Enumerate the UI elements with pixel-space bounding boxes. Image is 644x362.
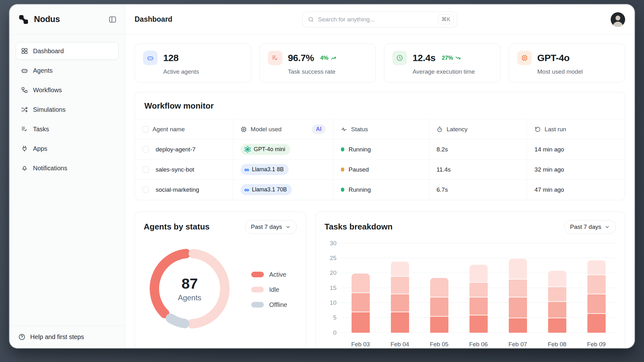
stats-row: 128 Active agents 96.7%4% Task success r… (135, 43, 625, 82)
stat-value: GPT-4o (537, 53, 570, 63)
bar-segment-segment-1 (469, 315, 488, 333)
latency-value: 11.4s (429, 160, 527, 180)
bar-segment-segment-3 (548, 287, 566, 301)
bar-segment-segment-4 (509, 259, 527, 279)
legend-swatch (251, 272, 264, 277)
sidebar-item-workflows[interactable]: Workflows (16, 81, 119, 99)
model-badge: GPT-4o mini (241, 144, 290, 155)
legend-label: Idle (269, 286, 279, 293)
bar-feb-07 (509, 259, 527, 333)
bar-segment-segment-1 (548, 318, 566, 332)
search-shortcut-badge: ⌘K (438, 14, 454, 24)
bar-segment-segment-2 (469, 297, 488, 315)
legend-swatch (251, 287, 264, 292)
bar-feb-05 (430, 278, 448, 332)
sidebar-item-label: Simulations (33, 106, 65, 113)
x-axis-label: Feb 04 (380, 341, 419, 348)
bar-segment-segment-1 (391, 312, 409, 332)
status-dot (341, 147, 344, 151)
row-checkbox[interactable] (142, 146, 149, 153)
app-window: Nodus Dashboard Agents Workflows Simulat… (9, 4, 635, 348)
y-axis-tick: 15 (330, 285, 336, 291)
stat-label: Active agents (163, 68, 243, 75)
column-header-latency: Latency (429, 119, 527, 139)
column-header-model-used: Model usedAI (233, 119, 333, 139)
status-label: Paused (348, 166, 369, 173)
bar-segment-segment-1 (509, 318, 527, 332)
help-label: Help and first steps (30, 333, 84, 341)
app-logo: Nodus (18, 14, 60, 25)
x-axis-label: Feb 09 (577, 341, 616, 348)
search-icon (308, 16, 314, 23)
status-label: Running (348, 146, 371, 153)
bar-feb-08 (548, 271, 566, 333)
agents-range-select[interactable]: Past 7 days (245, 220, 297, 234)
bar-segment-segment-2 (391, 294, 409, 312)
openai-logo-icon (244, 146, 251, 153)
stat-card-average-execution-time: 12.4s27% Average execution time (384, 43, 501, 82)
y-axis-tick: 30 (330, 240, 336, 247)
y-axis-tick: 0 (333, 329, 336, 336)
bar-segment-segment-2 (352, 293, 370, 312)
sidebar-toggle-icon[interactable] (108, 15, 117, 24)
legend-swatch (251, 302, 264, 308)
column-header-status: Status (333, 119, 429, 139)
topbar: Dashboard ⌘K (125, 4, 635, 35)
row-checkbox[interactable] (142, 187, 149, 193)
row-checkbox[interactable] (142, 167, 149, 173)
sidebar-item-simulations[interactable]: Simulations (16, 101, 119, 118)
agents-donut-chart: 87 Agents (146, 245, 234, 333)
sidebar-header: Nodus (9, 4, 125, 35)
sidebar-item-dashboard[interactable]: Dashboard (16, 42, 119, 60)
sidebar-item-label: Workflows (33, 87, 62, 94)
workflow-icon (21, 87, 28, 93)
chevron-down-icon (285, 224, 291, 230)
app-name: Nodus (34, 14, 60, 24)
sidebar-nav: Dashboard Agents Workflows Simulations T… (9, 35, 125, 177)
bar-segment-segment-2 (509, 297, 527, 318)
sidebar-item-tasks[interactable]: Tasks (16, 120, 119, 138)
search-input[interactable] (318, 16, 434, 23)
bar-segment-segment-4 (469, 265, 488, 282)
bot-icon (21, 67, 28, 74)
select-all-checkbox[interactable] (142, 126, 149, 133)
user-avatar[interactable] (611, 12, 625, 27)
legend-label: Active (269, 271, 286, 278)
status-label: Running (348, 186, 371, 193)
agent-name: sales-sync-bot (156, 166, 194, 173)
sidebar-item-label: Notifications (33, 165, 67, 172)
meta-logo-icon: ∞ (244, 186, 249, 193)
bot-icon (143, 51, 158, 65)
y-axis-tick: 10 (330, 299, 336, 306)
chevron-down-icon (604, 224, 610, 230)
sidebar-item-agents[interactable]: Agents (16, 62, 119, 79)
sidebar-item-label: Dashboard (33, 48, 64, 55)
stat-label: Most used model (537, 68, 617, 75)
main-area: Dashboard ⌘K 128 Activ (125, 4, 635, 348)
agents-count-label: Agents (178, 293, 202, 302)
bar-feb-09 (587, 260, 606, 333)
agents-count: 87 (181, 275, 197, 292)
y-axis-tick: 20 (330, 269, 336, 276)
y-axis-tick: 5 (333, 314, 336, 321)
sidebar-item-help[interactable]: Help and first steps (18, 333, 116, 341)
stat-trend: 27% (442, 55, 461, 61)
x-axis-label: Feb 03 (341, 341, 380, 348)
tasks-breakdown-title: Tasks breakdown (325, 222, 392, 232)
table-row-deploy-agent-7: deploy-agent-7 GPT-4o mini Running 8.2s … (135, 139, 625, 160)
donut-center-label: 87 Agents (146, 245, 234, 333)
meta-logo-icon: ∞ (244, 166, 249, 173)
sidebar-item-apps[interactable]: Apps (16, 140, 119, 157)
bar-segment-segment-2 (548, 302, 566, 318)
tasks-breakdown-card: Tasks breakdown Past 7 days 051015202530… (315, 212, 625, 348)
bar-segment-segment-2 (587, 294, 606, 313)
list-check-icon (268, 51, 282, 65)
tasks-range-select[interactable]: Past 7 days (564, 220, 616, 234)
bar-segment-segment-4 (587, 260, 606, 274)
ai-filter-badge[interactable]: AI (312, 124, 325, 134)
search-bar[interactable]: ⌘K (303, 12, 457, 27)
nodus-logo-icon (18, 14, 29, 25)
sidebar-item-notifications[interactable]: Notifications (16, 159, 119, 177)
bar-segment-segment-4 (391, 262, 409, 276)
shuffle-icon (21, 106, 28, 113)
